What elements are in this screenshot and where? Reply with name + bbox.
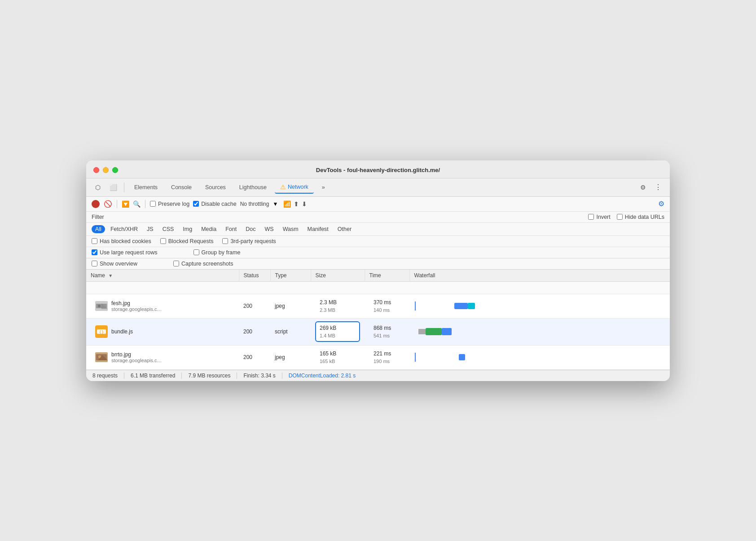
large-rows-checkbox[interactable]: [92, 249, 97, 255]
warning-icon: ⚠: [280, 183, 286, 191]
table-row[interactable]: brrto.jpg storage.googleapis.c… 200 jpeg…: [86, 345, 670, 369]
hide-data-urls-checkbox[interactable]: [617, 214, 623, 220]
td-waterfall-2: [409, 345, 670, 369]
preserve-log-label[interactable]: Preserve log: [150, 201, 189, 207]
filter-options: Invert Hide data URLs: [588, 214, 664, 220]
type-filter-row: All Fetch/XHR JS CSS Img Media Font Doc …: [86, 223, 670, 236]
type-filter-img[interactable]: Img: [179, 225, 196, 233]
td-name-2: brrto.jpg storage.googleapis.c…: [86, 345, 239, 369]
type-filter-doc[interactable]: Doc: [242, 225, 259, 233]
options-right: Group by frame: [193, 249, 241, 256]
clear-button[interactable]: 🚫: [103, 200, 112, 208]
status-finish: Finish: 3.34 s: [243, 372, 282, 379]
type-filter-wasm[interactable]: Wasm: [279, 225, 302, 233]
col-waterfall[interactable]: Waterfall: [409, 270, 670, 282]
nt-separator2: [145, 200, 145, 208]
group-by-frame-checkbox[interactable]: [193, 249, 199, 255]
show-overview-checkbox[interactable]: [92, 261, 97, 266]
network-table-container: Name ▼ Status Type Size Time Waterfall: [86, 270, 670, 370]
invert-checkbox[interactable]: [588, 214, 594, 220]
show-overview-option[interactable]: Show overview: [92, 261, 137, 267]
tab-elements[interactable]: Elements: [129, 182, 163, 193]
tab-sources[interactable]: Sources: [200, 182, 231, 193]
status-dom-loaded: DOMContentLoaded: 2.81 s: [289, 372, 356, 379]
file-name-1: bundle.js: [111, 328, 133, 335]
cursor-icon[interactable]: ⬡: [92, 181, 104, 194]
capture-screenshots-checkbox[interactable]: [173, 261, 179, 266]
toolbar-right: ⚙ ⋮: [637, 181, 664, 194]
type-filter-all[interactable]: All: [92, 225, 105, 233]
preserve-log-checkbox[interactable]: [150, 201, 156, 207]
tab-console[interactable]: Console: [166, 182, 197, 193]
td-time-0: 370 ms 140 ms: [365, 294, 409, 318]
group-by-frame-option[interactable]: Group by frame: [193, 249, 241, 256]
hide-data-urls-label[interactable]: Hide data URLs: [617, 214, 664, 220]
td-time-1: 868 ms 541 ms: [365, 318, 409, 345]
search-icon[interactable]: 🔍: [133, 200, 141, 208]
wifi-settings-icon[interactable]: 📶: [283, 200, 291, 208]
network-settings-icon[interactable]: ⚙: [658, 200, 664, 208]
status-transferred: 6.1 MB transferred: [131, 372, 182, 379]
capture-screenshots-option[interactable]: Capture screenshots: [173, 261, 233, 267]
record-button[interactable]: [92, 200, 100, 208]
col-name[interactable]: Name ▼: [86, 270, 239, 282]
size-main-1: 269 kB: [320, 324, 356, 332]
col-size[interactable]: Size: [311, 270, 365, 282]
td-status-2: 200: [239, 345, 270, 369]
filter-icon[interactable]: 🔽: [122, 200, 129, 208]
throttle-dropdown-icon[interactable]: ▼: [273, 201, 278, 207]
download-icon[interactable]: ⬇: [302, 200, 307, 208]
type-filter-css[interactable]: CSS: [159, 225, 178, 233]
td-type-0: jpeg: [270, 294, 311, 318]
type-filter-fetch[interactable]: Fetch/XHR: [107, 225, 141, 233]
type-filter-ws[interactable]: WS: [261, 225, 277, 233]
tab-lighthouse[interactable]: Lighthouse: [234, 182, 272, 193]
toolbar-separator: [124, 182, 124, 192]
size-sub-1: 1.4 MB: [320, 332, 356, 340]
time-main-2: 221 ms: [374, 350, 400, 358]
type-filter-media[interactable]: Media: [198, 225, 220, 233]
tab-more[interactable]: »: [316, 182, 330, 193]
devtools-window: DevTools - foul-heavenly-direction.glitc…: [86, 160, 670, 381]
settings-icon[interactable]: ⚙: [637, 181, 649, 194]
blocked-requests-checkbox[interactable]: [160, 238, 166, 244]
type-filter-manifest[interactable]: Manifest: [304, 225, 332, 233]
table-row[interactable]: fesh.jpg storage.googleapis.c… 200 jpeg …: [86, 294, 670, 318]
type-filter-font[interactable]: Font: [222, 225, 240, 233]
window-controls: [93, 167, 118, 173]
col-time[interactable]: Time: [365, 270, 409, 282]
more-icon[interactable]: ⋮: [652, 181, 664, 194]
disable-cache-checkbox[interactable]: [193, 201, 199, 207]
maximize-button[interactable]: [112, 167, 118, 173]
window-title: DevTools - foul-heavenly-direction.glitc…: [316, 167, 440, 173]
td-size-1: 269 kB 1.4 MB: [311, 318, 365, 345]
time-main-1: 868 ms: [374, 324, 400, 332]
blocked-requests-label[interactable]: Blocked Requests: [160, 238, 214, 244]
size-sub-2: 165 kB: [320, 358, 356, 365]
td-size-2: 165 kB 165 kB: [311, 345, 365, 369]
tab-network[interactable]: ⚠ Network: [275, 181, 314, 194]
inspect-icon[interactable]: ⬜: [107, 181, 119, 194]
time-main-0: 370 ms: [374, 298, 400, 306]
third-party-checkbox[interactable]: [222, 238, 228, 244]
type-filter-other[interactable]: Other: [334, 225, 355, 233]
td-status-1: 200: [239, 318, 270, 345]
invert-label[interactable]: Invert: [588, 214, 610, 220]
large-rows-option[interactable]: Use large request rows: [92, 249, 158, 256]
table-row-highlighted[interactable]: {} bundle.js 200 script: [86, 318, 670, 345]
upload-icon[interactable]: ⬆: [294, 200, 299, 208]
blocked-cookies-label[interactable]: Has blocked cookies: [92, 238, 151, 244]
close-button[interactable]: [93, 167, 99, 173]
disable-cache-label[interactable]: Disable cache: [193, 201, 237, 207]
table-header-row: Name ▼ Status Type Size Time Waterfall: [86, 270, 670, 282]
col-status[interactable]: Status: [239, 270, 270, 282]
status-resources: 7.9 MB resources: [188, 372, 237, 379]
blocked-cookies-checkbox[interactable]: [92, 238, 97, 244]
type-filter-js[interactable]: JS: [143, 225, 157, 233]
status-requests: 8 requests: [92, 372, 124, 379]
third-party-label[interactable]: 3rd-party requests: [222, 238, 276, 244]
col-type[interactable]: Type: [270, 270, 311, 282]
minimize-button[interactable]: [103, 167, 109, 173]
network-table: Name ▼ Status Type Size Time Waterfall: [86, 270, 670, 370]
td-name-1: {} bundle.js: [86, 318, 239, 345]
